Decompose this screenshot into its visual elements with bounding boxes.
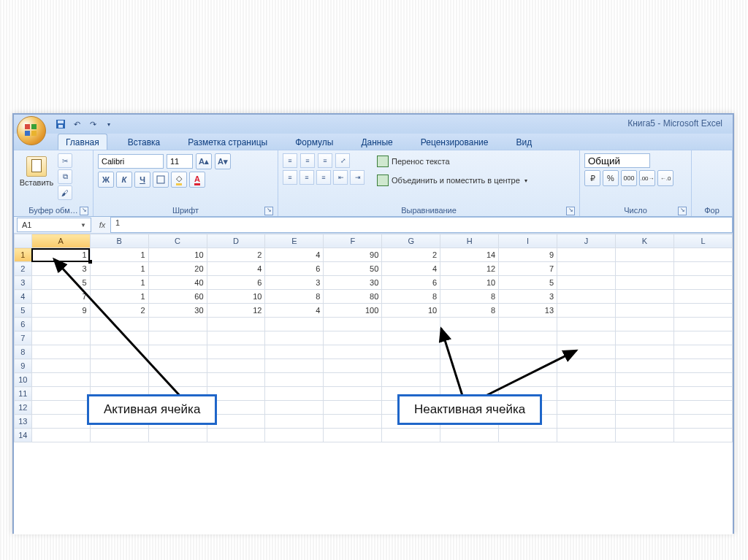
cell-F1[interactable]: 90 bbox=[324, 248, 382, 262]
cell-L5[interactable] bbox=[673, 304, 732, 318]
decrease-decimal-icon[interactable]: ←.0 bbox=[657, 170, 673, 186]
cell-D10[interactable] bbox=[207, 373, 265, 387]
font-size-combo[interactable] bbox=[167, 154, 193, 169]
cell-H7[interactable] bbox=[440, 331, 499, 345]
cell-C11[interactable] bbox=[148, 387, 207, 401]
cut-icon[interactable]: ✂ bbox=[58, 153, 72, 168]
cell-F5[interactable]: 100 bbox=[324, 304, 382, 318]
cell-J3[interactable] bbox=[557, 276, 616, 290]
cell-J8[interactable] bbox=[557, 345, 616, 359]
cell-D1[interactable]: 2 bbox=[207, 248, 265, 262]
cell-I7[interactable] bbox=[499, 331, 557, 345]
cell-C12[interactable] bbox=[148, 401, 207, 415]
cell-C5[interactable]: 30 bbox=[148, 304, 207, 318]
cell-I8[interactable] bbox=[499, 345, 557, 359]
col-header-A[interactable]: A bbox=[31, 234, 90, 248]
formula-input[interactable]: 1 bbox=[110, 217, 733, 233]
cell-I13[interactable] bbox=[499, 415, 557, 429]
cell-B6[interactable] bbox=[90, 318, 148, 331]
cell-G6[interactable] bbox=[382, 318, 440, 331]
cell-B10[interactable] bbox=[90, 373, 148, 387]
cell-B8[interactable] bbox=[90, 345, 148, 359]
cell-I6[interactable] bbox=[499, 318, 557, 331]
cell-H1[interactable]: 14 bbox=[440, 248, 499, 262]
cell-D5[interactable]: 12 bbox=[207, 304, 265, 318]
cell-K2[interactable] bbox=[615, 262, 673, 276]
cell-K14[interactable] bbox=[615, 429, 673, 442]
name-box[interactable]: A1▼ bbox=[17, 218, 91, 232]
cell-H8[interactable] bbox=[440, 345, 499, 359]
cell-E14[interactable] bbox=[265, 429, 324, 442]
cell-G3[interactable]: 6 bbox=[382, 276, 440, 290]
cell-L6[interactable] bbox=[673, 318, 732, 331]
tab-Данные[interactable]: Данные bbox=[354, 134, 400, 150]
number-format-combo[interactable] bbox=[584, 153, 650, 168]
row-header-3[interactable]: 3 bbox=[15, 276, 32, 290]
cell-B2[interactable]: 1 bbox=[90, 262, 148, 276]
cell-L11[interactable] bbox=[673, 387, 732, 401]
fx-icon[interactable]: fx bbox=[94, 220, 110, 229]
cell-E5[interactable]: 4 bbox=[265, 304, 324, 318]
cell-G2[interactable]: 4 bbox=[382, 262, 440, 276]
cell-H11[interactable] bbox=[440, 387, 499, 401]
col-header-J[interactable]: J bbox=[557, 234, 616, 248]
cell-A3[interactable]: 5 bbox=[31, 276, 90, 290]
increase-decimal-icon[interactable]: .00→ bbox=[639, 170, 655, 186]
col-header-E[interactable]: E bbox=[265, 234, 324, 248]
cell-I5[interactable]: 13 bbox=[499, 304, 557, 318]
cell-A11[interactable] bbox=[31, 387, 90, 401]
cell-A5[interactable]: 9 bbox=[31, 304, 90, 318]
row-header-13[interactable]: 13 bbox=[15, 415, 32, 429]
cell-K4[interactable] bbox=[615, 290, 673, 304]
cell-A6[interactable] bbox=[31, 318, 90, 331]
cell-E4[interactable]: 8 bbox=[265, 290, 324, 304]
cell-J6[interactable] bbox=[557, 318, 616, 331]
italic-button[interactable]: К bbox=[116, 172, 132, 188]
row-header-7[interactable]: 7 bbox=[15, 331, 32, 345]
row-header-4[interactable]: 4 bbox=[15, 290, 32, 304]
cell-B5[interactable]: 2 bbox=[90, 304, 148, 318]
col-header-I[interactable]: I bbox=[499, 234, 557, 248]
cell-K6[interactable] bbox=[615, 318, 673, 331]
cell-H6[interactable] bbox=[440, 318, 499, 331]
cell-K7[interactable] bbox=[615, 331, 673, 345]
cell-J13[interactable] bbox=[557, 415, 616, 429]
cell-B7[interactable] bbox=[90, 331, 148, 345]
cell-L1[interactable] bbox=[673, 248, 732, 262]
cell-J1[interactable] bbox=[557, 248, 616, 262]
redo-icon[interactable]: ↷ bbox=[87, 118, 99, 130]
cell-E1[interactable]: 4 bbox=[265, 248, 324, 262]
cell-C1[interactable]: 10 bbox=[148, 248, 207, 262]
cell-B11[interactable] bbox=[90, 387, 148, 401]
cell-F8[interactable] bbox=[324, 345, 382, 359]
cell-I4[interactable]: 3 bbox=[499, 290, 557, 304]
row-header-9[interactable]: 9 bbox=[15, 359, 32, 373]
cell-B1[interactable]: 1 bbox=[90, 248, 148, 262]
cell-L13[interactable] bbox=[673, 415, 732, 429]
col-header-B[interactable]: B bbox=[90, 234, 148, 248]
font-launcher-icon[interactable]: ↘ bbox=[264, 207, 273, 215]
tab-Рецензирование[interactable]: Рецензирование bbox=[413, 134, 496, 150]
borders-button[interactable] bbox=[153, 172, 169, 188]
col-header-L[interactable]: L bbox=[673, 234, 732, 248]
cell-D14[interactable] bbox=[207, 429, 265, 442]
select-all-corner[interactable] bbox=[15, 234, 32, 248]
cell-K10[interactable] bbox=[615, 373, 673, 387]
col-header-F[interactable]: F bbox=[324, 234, 382, 248]
row-header-5[interactable]: 5 bbox=[15, 304, 32, 318]
cell-I12[interactable] bbox=[499, 401, 557, 415]
row-header-11[interactable]: 11 bbox=[15, 387, 32, 401]
cell-E7[interactable] bbox=[265, 331, 324, 345]
cell-D6[interactable] bbox=[207, 318, 265, 331]
format-painter-icon[interactable]: 🖌 bbox=[58, 185, 72, 200]
row-header-14[interactable]: 14 bbox=[15, 429, 32, 442]
cell-I1[interactable]: 9 bbox=[499, 248, 557, 262]
cell-C13[interactable] bbox=[148, 415, 207, 429]
cell-H4[interactable]: 8 bbox=[440, 290, 499, 304]
cell-L7[interactable] bbox=[673, 331, 732, 345]
cell-C6[interactable] bbox=[148, 318, 207, 331]
wrap-text-button[interactable]: Перенос текста bbox=[372, 153, 533, 169]
cell-E8[interactable] bbox=[265, 345, 324, 359]
cell-J12[interactable] bbox=[557, 401, 616, 415]
cell-A4[interactable]: 7 bbox=[31, 290, 90, 304]
